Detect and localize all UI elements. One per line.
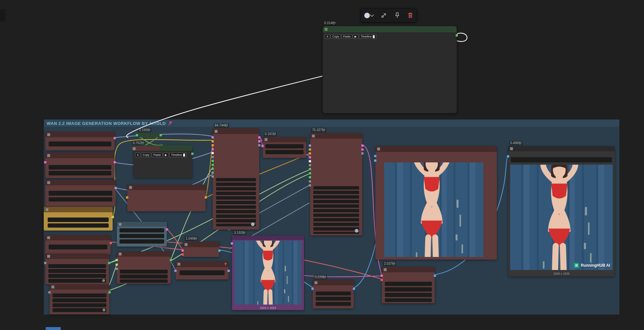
collapse-icon[interactable] [314, 281, 318, 284]
node-ksampler-low[interactable] [310, 133, 362, 235]
input-slot[interactable] [212, 175, 214, 178]
output-slot[interactable] [353, 288, 355, 290]
node-conditioning[interactable] [117, 251, 171, 284]
node-title[interactable] [45, 132, 115, 137]
node-image-result[interactable] [375, 146, 497, 260]
collapse-icon[interactable] [177, 262, 181, 266]
output-slot[interactable] [361, 152, 364, 155]
input-slot[interactable] [212, 168, 214, 170]
collapse-icon[interactable] [133, 147, 136, 150]
input-slot[interactable] [381, 275, 383, 277]
collapse-icon[interactable] [118, 223, 122, 226]
widget-row[interactable] [119, 239, 164, 244]
widget-row[interactable] [53, 298, 106, 302]
output-slot[interactable] [191, 153, 194, 155]
paste-button[interactable]: Paste [341, 34, 352, 39]
widget-row[interactable] [511, 157, 612, 162]
widget-row[interactable] [49, 165, 111, 170]
widget-row[interactable] [49, 171, 111, 175]
input-slot[interactable] [212, 160, 214, 162]
node-ksampler-high[interactable] [213, 128, 259, 230]
widget-stack[interactable] [216, 178, 256, 226]
widget-row[interactable] [316, 297, 351, 301]
widget-row[interactable] [53, 308, 106, 312]
widget-row[interactable] [53, 303, 106, 307]
output-slot[interactable] [166, 228, 168, 231]
collapse-icon[interactable] [129, 186, 132, 189]
input-slot[interactable] [181, 249, 184, 252]
node-vae-loader[interactable] [45, 235, 111, 255]
node-title[interactable] [213, 128, 259, 134]
node-collapsed-maroon[interactable] [131, 146, 160, 151]
input-slot[interactable] [212, 156, 214, 158]
widget-row[interactable] [49, 245, 107, 249]
collapse-icon[interactable] [118, 252, 122, 256]
output-slot[interactable] [114, 161, 116, 163]
preview-image[interactable] [235, 241, 301, 305]
output-slot[interactable] [112, 216, 114, 218]
input-slot[interactable] [44, 262, 46, 264]
output-slot[interactable] [228, 270, 230, 272]
widget-row[interactable] [53, 293, 106, 297]
widget-row[interactable] [385, 282, 432, 286]
node-title[interactable] [183, 242, 219, 247]
collapse-icon[interactable] [47, 133, 50, 136]
input-slot[interactable] [309, 152, 311, 155]
copy-button[interactable]: Copy [141, 153, 151, 157]
input-slot[interactable] [116, 268, 118, 270]
play-button[interactable]: ▶ [163, 153, 169, 157]
node-save-settings[interactable] [382, 267, 435, 303]
widget-row[interactable] [180, 270, 225, 275]
group-header[interactable]: WAN 2.2 IMAGE GENERATION WORKFLOW BY AIT… [44, 120, 619, 127]
collapse-icon[interactable] [47, 154, 50, 157]
input-slot[interactable] [174, 270, 177, 272]
widget-row[interactable] [265, 144, 304, 148]
output-slot[interactable] [205, 196, 207, 199]
output-slot[interactable] [108, 262, 110, 264]
widget-row[interactable] [48, 269, 106, 273]
collapse-icon[interactable] [324, 28, 328, 31]
close-button[interactable]: X [325, 34, 330, 39]
widget-row[interactable] [48, 218, 109, 222]
widget-row[interactable] [120, 270, 168, 274]
output-slot[interactable] [258, 144, 260, 146]
help-icon[interactable]: ? [224, 262, 227, 266]
node-title[interactable] [232, 236, 304, 240]
collapse-icon[interactable] [214, 130, 218, 133]
node-title[interactable] [44, 207, 113, 212]
widget-row[interactable] [316, 292, 351, 295]
input-slot[interactable] [212, 148, 214, 150]
node-latent[interactable] [263, 137, 306, 158]
input-slot[interactable] [116, 263, 118, 266]
collapse-icon[interactable] [51, 285, 55, 289]
node-title[interactable] [45, 153, 115, 158]
widget-row[interactable] [48, 264, 106, 268]
widget-row[interactable] [119, 228, 164, 232]
input-slot[interactable] [309, 160, 311, 162]
node-title[interactable] [45, 235, 111, 240]
node-preview-center[interactable]: 1024 x 1024 [232, 236, 304, 310]
collapse-icon[interactable] [184, 243, 188, 246]
widget-knob[interactable] [102, 308, 105, 311]
collapse-icon[interactable] [510, 147, 513, 150]
collapse-icon[interactable] [312, 134, 315, 138]
input-slot[interactable] [212, 164, 214, 166]
node-title[interactable] [117, 222, 167, 227]
input-slot[interactable] [212, 140, 214, 142]
collapse-icon[interactable] [47, 236, 50, 239]
input-slot[interactable] [261, 145, 264, 147]
delete-button[interactable] [407, 12, 413, 19]
input-slot[interactable] [48, 291, 51, 293]
node-load-model-3[interactable] [45, 180, 116, 206]
collapse-icon[interactable] [47, 181, 50, 184]
widget-row[interactable] [49, 197, 112, 202]
output-slot[interactable] [361, 148, 364, 151]
output-slot[interactable] [258, 136, 260, 139]
timeline-button[interactable]: Timeline [169, 153, 187, 157]
node-upscale[interactable] [313, 280, 354, 308]
widget-knob[interactable] [251, 222, 255, 226]
paste-button[interactable]: Paste [152, 153, 163, 157]
input-slot[interactable] [309, 144, 311, 147]
widget-row[interactable] [120, 275, 168, 278]
input-slot[interactable] [309, 184, 311, 187]
